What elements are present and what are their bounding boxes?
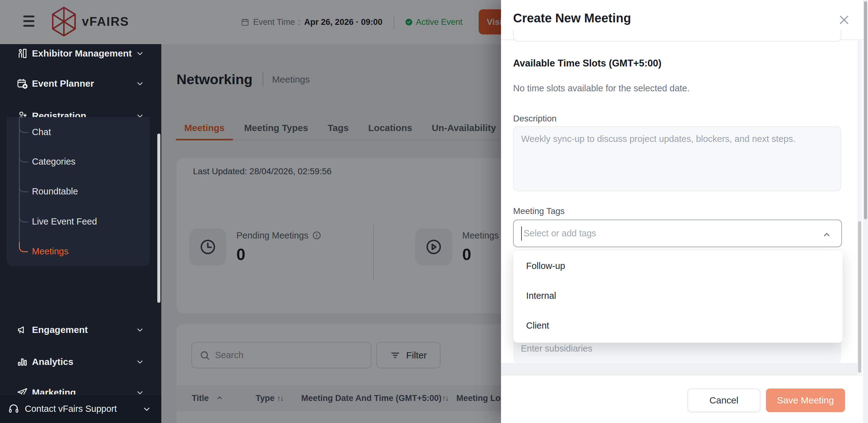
window-scrollbar-track[interactable] [863, 0, 868, 423]
modal-footer: Cancel Save Meeting [501, 375, 868, 423]
contact-support-label: Contact vFairs Support [25, 404, 117, 414]
chevron-down-icon [135, 326, 144, 334]
tags-select-field[interactable] [513, 220, 842, 247]
cancel-button[interactable]: Cancel [687, 389, 761, 412]
networking-submenu: Chat Categories Roundtable Live Event Fe… [6, 117, 150, 266]
tags-dropdown-menu: Follow-up Internal Client [513, 250, 843, 343]
chevron-down-icon [135, 358, 144, 366]
time-slots-heading: Available Time Slots (GMT+5:00) [513, 58, 661, 69]
tree-branch-active [19, 242, 28, 252]
tree-line [19, 117, 20, 245]
create-meeting-modal: Create New Meeting Available Time Slots … [501, 0, 868, 423]
text-cursor [521, 226, 522, 241]
sidebar-scrollbar-thumb[interactable] [157, 134, 160, 303]
meeting-tags-label: Meeting Tags [513, 206, 565, 216]
engagement-icon [16, 323, 29, 336]
app-screen: vFAIRS Event Time : Apr 26, 2026 · 09:00… [0, 0, 868, 423]
modal-scrollbar-track[interactable] [858, 40, 862, 374]
chevron-down-icon [135, 49, 144, 58]
sidebar-nav: Exhibitor Management Event Planner [0, 44, 161, 423]
close-icon[interactable] [838, 14, 850, 26]
contact-support-button[interactable]: Contact vFairs Support [0, 394, 161, 423]
analytics-icon [16, 356, 29, 368]
sidebar-item-meetings[interactable]: Meetings [32, 246, 68, 257]
sidebar-item-chat[interactable]: Chat [32, 127, 51, 137]
sidebar-item-roundtable[interactable]: Roundtable [32, 186, 78, 197]
no-slots-message: No time slots available for the selected… [513, 83, 690, 93]
save-meeting-button[interactable]: Save Meeting [766, 389, 845, 412]
sidebar-item-analytics[interactable]: Analytics [0, 349, 161, 374]
modal-scrollbar-thumb[interactable] [858, 221, 861, 373]
sidebar-item-exhibitor-management[interactable]: Exhibitor Management [0, 44, 161, 66]
sidebar-item-categories[interactable]: Categories [32, 157, 75, 167]
tags-input[interactable] [524, 228, 797, 238]
modal-title: Create New Meeting [513, 11, 631, 25]
tree-branch [19, 152, 28, 163]
sidebar-item-event-planner[interactable]: Event Planner [0, 71, 161, 96]
headset-icon [8, 403, 20, 415]
tree-branch [19, 182, 28, 192]
dropdown-option-follow-up[interactable]: Follow-up [514, 251, 843, 281]
exhibitor-icon [16, 47, 29, 60]
sidebar-item-live-event-feed[interactable]: Live Event Feed [32, 217, 97, 227]
tree-branch [19, 123, 28, 133]
dropdown-option-internal[interactable]: Internal [514, 281, 843, 311]
tree-branch [19, 212, 28, 222]
dropdown-option-client[interactable]: Client [514, 311, 843, 340]
description-label: Description [513, 114, 557, 123]
event-planner-icon [16, 77, 29, 90]
description-textarea[interactable] [513, 126, 841, 191]
sidebar-item-engagement[interactable]: Engagement [0, 317, 161, 342]
window-scrollbar-thumb[interactable] [864, 1, 867, 219]
chevron-up-icon[interactable] [822, 230, 831, 239]
chevron-down-icon [135, 79, 144, 88]
chevron-down-icon [142, 404, 151, 414]
scrolled-field-remnant [513, 30, 841, 41]
scroll-gutter [501, 363, 858, 375]
